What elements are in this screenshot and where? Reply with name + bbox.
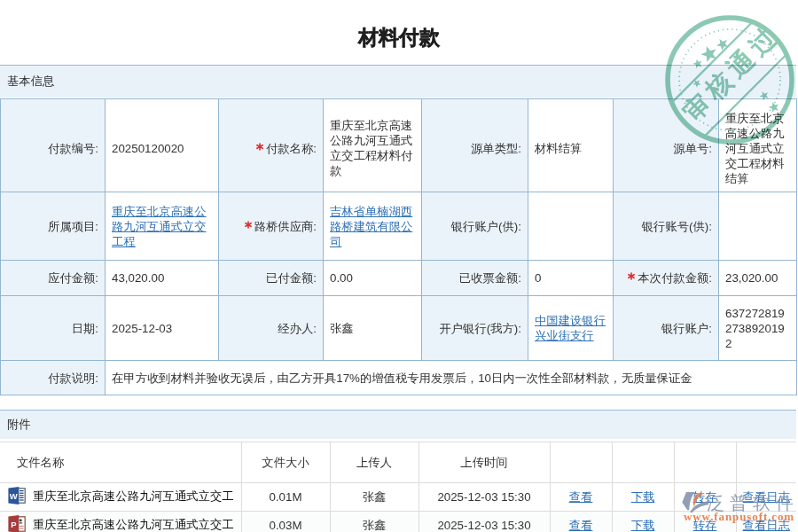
- svg-text:P: P: [11, 519, 17, 528]
- svg-text:审核通过: 审核通过: [677, 19, 786, 127]
- svg-text:W: W: [10, 490, 18, 500]
